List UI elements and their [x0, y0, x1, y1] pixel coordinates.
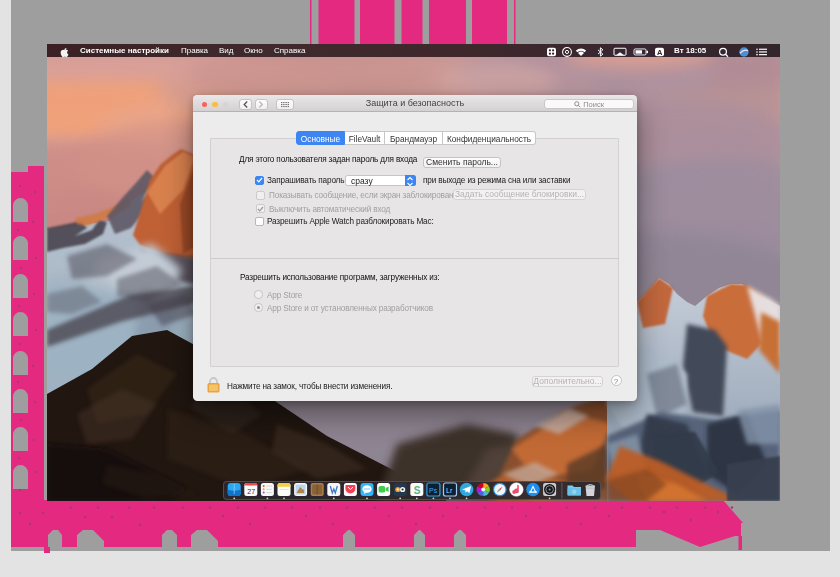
svg-text:Ps: Ps	[429, 487, 438, 494]
svg-text:A: A	[657, 48, 663, 57]
svg-text:Lr: Lr	[446, 487, 453, 494]
svg-text:27: 27	[247, 488, 255, 495]
svg-text:S: S	[414, 485, 421, 496]
